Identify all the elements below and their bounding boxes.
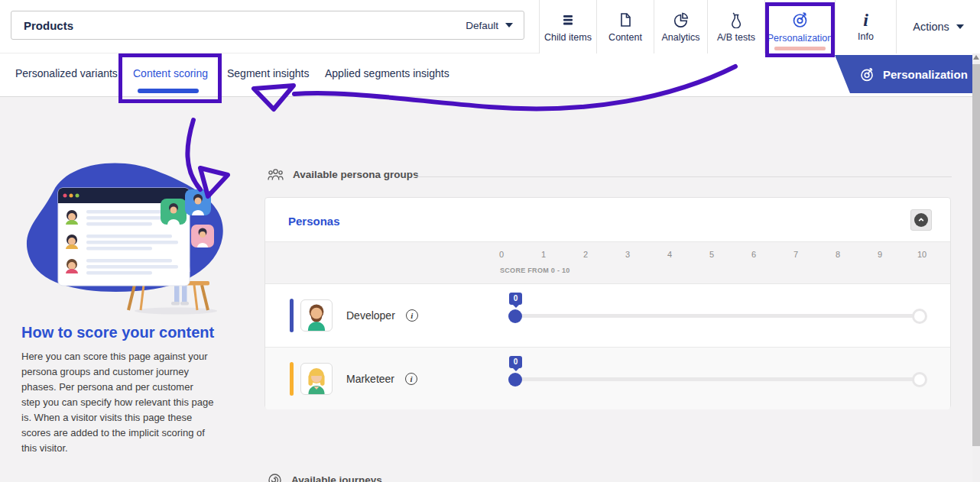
info-icon: i xyxy=(863,12,868,27)
active-button-underline xyxy=(774,47,826,50)
scrollbar-up-arrow-icon[interactable] xyxy=(973,55,979,60)
score-scale-ticks: 0 1 2 3 4 5 6 7 8 9 10 xyxy=(496,250,927,259)
illustration xyxy=(14,151,235,315)
persona-name: Marketeer xyxy=(346,373,394,385)
info-circle-icon[interactable]: i xyxy=(406,309,418,322)
journeys-section-header: Available journeys xyxy=(268,473,382,482)
collapse-panel-button[interactable] xyxy=(910,209,932,231)
tabbar: Personalized variants Content scoring Se… xyxy=(0,53,980,97)
persona-groups-section-header: Available persona groups xyxy=(268,168,419,181)
persona-name: Developer xyxy=(346,309,395,322)
active-tab-underline xyxy=(138,89,199,93)
toolbar-button-personalization[interactable]: Personalization xyxy=(764,0,835,53)
scrollbar-thumb[interactable] xyxy=(972,64,980,446)
personas-panel: Personas 0 1 2 3 4 5 6 7 8 9 10 S xyxy=(264,197,951,409)
persona-color-bar xyxy=(290,362,294,396)
section-divider xyxy=(413,176,952,177)
journey-icon xyxy=(268,473,282,482)
caret-down-icon xyxy=(956,24,964,29)
tab-personalized-variants[interactable]: Personalized variants xyxy=(15,67,118,79)
personalization-badge-label: Personalization xyxy=(883,68,968,81)
score-value-badge: 0 xyxy=(509,293,522,305)
score-slider-track[interactable] xyxy=(515,377,921,381)
chevron-up-icon xyxy=(914,213,928,227)
persona-row-developer: Developer i 0 xyxy=(265,284,950,347)
persona-color-bar xyxy=(290,299,294,332)
sidebar-heading: How to score your content xyxy=(21,324,228,341)
pie-chart-icon xyxy=(673,11,690,28)
score-scale-label: SCORE FROM 0 - 10 xyxy=(500,267,570,274)
tab-segment-insights[interactable]: Segment insights xyxy=(227,67,309,79)
toolbar-button-info[interactable]: i Info xyxy=(835,0,896,53)
target-icon xyxy=(859,66,875,82)
people-icon xyxy=(268,168,284,181)
toolbar-button-child-items[interactable]: Child items xyxy=(539,0,596,53)
toolbar-button-analytics[interactable]: Analytics xyxy=(654,0,707,53)
sidebar-description: Here you can score this page against you… xyxy=(21,349,214,456)
personas-panel-title: Personas xyxy=(288,215,340,228)
personalization-badge: Personalization xyxy=(835,55,972,93)
journeys-section-title: Available journeys xyxy=(291,474,382,482)
page-selector[interactable]: Products Default xyxy=(11,11,524,40)
personalization-page: Products Default Child items Content xyxy=(0,0,980,482)
tab-applied-segments-insights[interactable]: Applied segments insights xyxy=(325,67,449,79)
page-title: Products xyxy=(24,19,73,32)
list-icon xyxy=(560,11,576,28)
vertical-scrollbar[interactable] xyxy=(972,53,980,482)
workflow-dropdown-value: Default xyxy=(466,20,498,31)
score-slider-track[interactable] xyxy=(515,314,921,318)
toolbar-button-content[interactable]: Content xyxy=(596,0,654,53)
info-circle-icon[interactable]: i xyxy=(405,373,417,385)
workflow-dropdown[interactable]: Default xyxy=(466,20,513,31)
toolbar-button-ab-tests[interactable]: A/B tests xyxy=(707,0,764,53)
topbar: Products Default Child items Content xyxy=(0,0,980,53)
score-slider-thumb[interactable] xyxy=(508,373,522,387)
persona-row-marketeer: Marketeer i 0 xyxy=(265,347,950,409)
flask-icon xyxy=(728,11,745,28)
actions-label: Actions xyxy=(913,21,949,33)
persona-groups-section-title: Available persona groups xyxy=(293,169,419,180)
score-value-badge: 0 xyxy=(509,356,522,368)
score-slider-end-handle xyxy=(912,372,927,387)
score-slider-thumb[interactable] xyxy=(508,309,522,323)
avatar xyxy=(300,299,333,332)
score-slider-end-handle xyxy=(912,309,927,324)
actions-dropdown[interactable]: Actions xyxy=(896,0,980,53)
avatar xyxy=(300,363,333,395)
caret-down-icon xyxy=(505,23,513,27)
target-icon xyxy=(791,11,810,29)
tab-content-scoring[interactable]: Content scoring xyxy=(133,67,208,79)
score-scale-header: 0 1 2 3 4 5 6 7 8 9 10 SCORE FROM 0 - 10 xyxy=(265,241,950,284)
document-icon xyxy=(617,11,634,28)
